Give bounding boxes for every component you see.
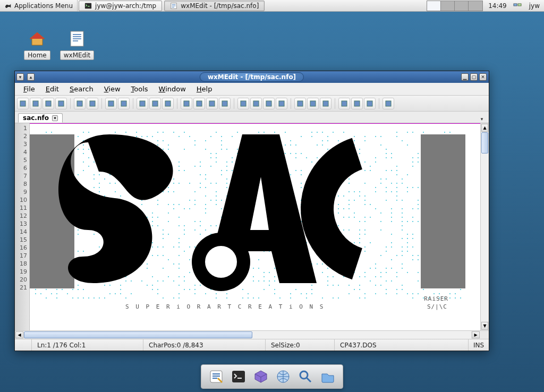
scroll-track[interactable] xyxy=(481,132,489,321)
menu-file[interactable]: File xyxy=(18,84,40,94)
editor-area: 123456789101112131415161718192021 RAiSER… xyxy=(15,123,489,330)
close-icon[interactable] xyxy=(74,98,86,109)
redo-icon[interactable] xyxy=(118,98,130,109)
workspace-pager[interactable] xyxy=(427,1,483,11)
replace-icon[interactable] xyxy=(276,98,287,109)
taskbar-task-terminal[interactable]: jyw@jyw-arch:/tmp xyxy=(79,1,162,11)
tab-file[interactable]: sac.nfo × xyxy=(18,113,63,123)
outdent-icon[interactable] xyxy=(193,98,205,109)
menu-edit[interactable]: Edit xyxy=(40,84,64,94)
svg-rect-2 xyxy=(514,4,517,6)
workspace-3[interactable] xyxy=(455,1,469,11)
system-tray xyxy=(510,1,525,11)
desktop-icon-home[interactable]: Home xyxy=(19,29,56,60)
save-all-icon[interactable] xyxy=(55,98,67,109)
copy-icon[interactable] xyxy=(149,98,161,109)
toolbar-separator xyxy=(70,98,71,109)
menu-view[interactable]: View xyxy=(99,84,126,94)
wrap-icon[interactable] xyxy=(338,98,350,109)
workspace-4[interactable] xyxy=(469,1,482,11)
scroll-track[interactable] xyxy=(24,331,471,339)
horizontal-scrollbar[interactable]: ◀ ▶ xyxy=(15,330,489,339)
svg-rect-12 xyxy=(121,101,126,106)
files-app-icon[interactable] xyxy=(318,367,337,386)
scroll-right-button[interactable]: ▶ xyxy=(472,331,480,338)
tab-close-button[interactable]: × xyxy=(52,115,58,121)
comment-icon[interactable] xyxy=(206,98,218,109)
minimize-button[interactable]: ▁ xyxy=(461,73,469,81)
uncomment-icon[interactable] xyxy=(219,98,231,109)
applications-menu-button[interactable]: Applications Menu xyxy=(0,0,78,11)
menu-help[interactable]: Help xyxy=(191,84,218,94)
workspace-1[interactable] xyxy=(427,1,441,11)
search-app-icon[interactable] xyxy=(296,367,315,386)
browser-app-icon[interactable] xyxy=(274,367,293,386)
svg-rect-5 xyxy=(20,101,26,106)
menu-tools[interactable]: Tools xyxy=(126,84,154,94)
window-menu-button[interactable]: ▾ xyxy=(16,73,24,81)
window-shade-button[interactable]: ▴ xyxy=(27,73,35,81)
scroll-up-button[interactable]: ▲ xyxy=(481,124,488,132)
wxmedit-window: ▾ ▴ wxMEdit - [/tmp/sac.nfo] ▁ ▢ ✕ File … xyxy=(14,71,489,351)
indent-icon[interactable] xyxy=(181,98,192,109)
dock xyxy=(201,364,343,389)
svg-rect-0 xyxy=(85,3,91,8)
scroll-thumb[interactable] xyxy=(24,331,252,338)
taskbar: Applications Menu jyw@jyw-arch:/tmp wxME… xyxy=(0,0,544,12)
clock[interactable]: 14:49 xyxy=(485,2,510,10)
svg-rect-19 xyxy=(222,101,227,106)
scroll-thumb[interactable] xyxy=(481,132,488,154)
status-insert-mode[interactable]: INS xyxy=(469,339,489,351)
show-hex-icon[interactable] xyxy=(364,98,376,109)
package-app-icon[interactable] xyxy=(251,367,270,386)
vertical-scrollbar[interactable]: ▲ ▼ xyxy=(480,123,489,330)
column-mode-icon[interactable] xyxy=(307,98,319,109)
find-next-icon[interactable] xyxy=(250,98,262,109)
ascii-credit-bottom: S/|\C xyxy=(427,303,447,311)
find-prev-icon[interactable] xyxy=(263,98,275,109)
editor-app-icon[interactable] xyxy=(207,367,226,386)
close-button[interactable]: ✕ xyxy=(479,73,487,81)
hex-mode-icon[interactable] xyxy=(320,98,332,109)
toolbar-separator xyxy=(291,98,291,109)
maximize-button[interactable]: ▢ xyxy=(470,73,478,81)
desktop-icon-wxmedit[interactable]: wxMEdit xyxy=(58,29,96,60)
svg-rect-9 xyxy=(77,101,82,106)
terminal-app-icon[interactable] xyxy=(229,367,248,386)
desktop-icon-label: wxMEdit xyxy=(60,50,95,60)
svg-rect-3 xyxy=(518,4,521,6)
menu-search[interactable]: Search xyxy=(64,84,99,94)
scroll-corner xyxy=(480,331,489,339)
cut-icon[interactable] xyxy=(137,98,148,109)
svg-rect-11 xyxy=(108,101,114,106)
status-charpos: CharPos:0 /8,843 xyxy=(143,339,266,351)
scroll-left-button[interactable]: ◀ xyxy=(15,331,23,338)
network-tray-icon[interactable] xyxy=(513,1,522,11)
toolbar-separator xyxy=(177,98,177,109)
find-icon[interactable] xyxy=(237,98,249,109)
status-encoding[interactable]: CP437.DOS xyxy=(335,339,469,351)
scroll-down-button[interactable]: ▼ xyxy=(481,322,488,330)
menu-window[interactable]: Window xyxy=(154,84,191,94)
svg-rect-30 xyxy=(386,101,391,106)
line-number-gutter: 123456789101112131415161718192021 xyxy=(15,123,30,330)
tab-label: sac.nfo xyxy=(23,114,49,122)
titlebar[interactable]: ▾ ▴ wxMEdit - [/tmp/sac.nfo] ▁ ▢ ✕ xyxy=(15,71,489,83)
undo-icon[interactable] xyxy=(105,98,117,109)
close-all-icon[interactable] xyxy=(87,98,98,109)
options-icon[interactable] xyxy=(382,98,394,109)
save-icon[interactable] xyxy=(42,98,54,109)
workspace-2[interactable] xyxy=(441,1,455,11)
text-mode-icon[interactable] xyxy=(294,98,306,109)
paste-icon[interactable] xyxy=(162,98,174,109)
taskbar-task-wxmedit[interactable]: wxMEdit - [/tmp/sac.nfo] xyxy=(164,1,265,11)
svg-rect-8 xyxy=(58,101,64,106)
new-file-icon[interactable] xyxy=(17,98,29,109)
tab-list-dropdown[interactable]: ▾ xyxy=(478,115,486,123)
menubar: File Edit Search View Tools Window Help xyxy=(15,83,489,96)
show-linenum-icon[interactable] xyxy=(351,98,363,109)
open-file-icon[interactable] xyxy=(30,98,41,109)
xfce-logo-icon xyxy=(4,2,12,10)
editor-viewport[interactable]: RAiSER S/|\C S U P E R i O R A R T C R E… xyxy=(30,123,480,330)
user-menu[interactable]: jyw xyxy=(525,2,544,10)
